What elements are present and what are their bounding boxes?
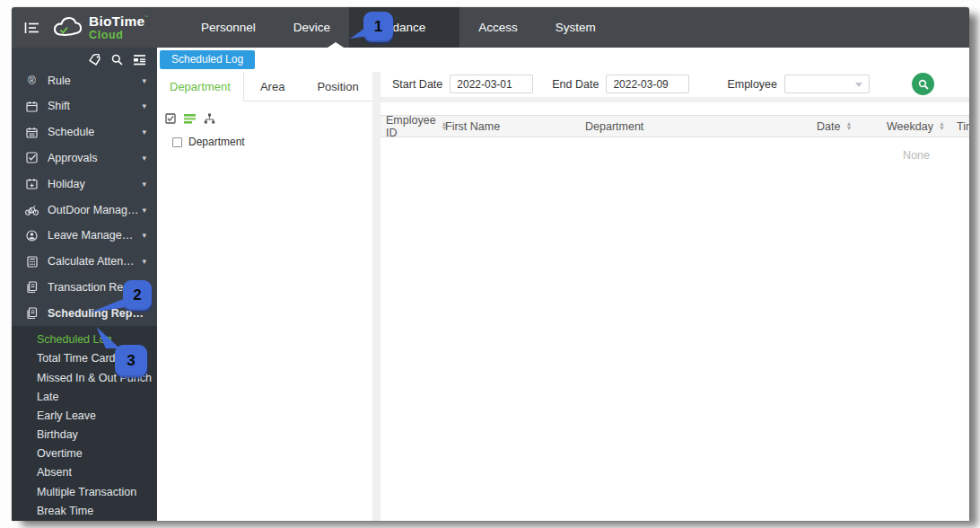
report-pages-icon [24, 281, 39, 293]
sidebar-item-label: Approvals [48, 152, 98, 164]
submenu-item-late[interactable]: Late [12, 388, 157, 407]
tag-icon[interactable] [89, 54, 101, 66]
chevron-down-icon: ▾ [138, 257, 146, 266]
employee-select[interactable] [784, 75, 870, 93]
submenu-item-absent[interactable]: Absent [12, 463, 157, 482]
sidebar-item-label: OutDoor Management [48, 204, 138, 216]
submenu-item-birthday[interactable]: Birthday [12, 426, 157, 444]
sidebar-toolbar [12, 48, 157, 67]
nav-item-personnel[interactable]: Personnel [182, 7, 275, 48]
filter-bar: Start Date End Date Employee [381, 72, 969, 96]
chevron-down-icon: ▾ [138, 101, 146, 110]
schedule-calendar-icon [24, 127, 39, 138]
employee-label: Employee [727, 78, 777, 91]
chevron-down-icon: ▾ [138, 231, 146, 240]
sort-icon[interactable]: ▲▼ [939, 122, 945, 130]
sidebar-item-label: Calculate Attendance [48, 255, 138, 268]
department-tree-panel: Department Area Position [157, 72, 372, 521]
brand-text: BioTime` Cloud [89, 14, 148, 41]
column-header-date[interactable]: Date ▲▼ [811, 120, 881, 133]
column-header-weekday[interactable]: Weekday ▲▼ [881, 120, 951, 133]
empty-table-message: None [381, 149, 969, 162]
chevron-down-icon: ▾ [138, 76, 146, 85]
active-tab-caret [328, 42, 344, 48]
brand-name: BioTime [89, 13, 144, 29]
callout-step-2: 2 [123, 280, 152, 311]
end-date-input[interactable] [606, 75, 689, 93]
cloud-logo-icon [50, 14, 84, 40]
biotime-cloud-logo[interactable]: BioTime` Cloud [50, 14, 148, 41]
checkbox-icon[interactable] [172, 137, 182, 147]
org-tree-icon[interactable] [204, 113, 215, 124]
content-area: Scheduled Log Department Area Position [157, 48, 969, 521]
page-tab-strip: Scheduled Log [157, 48, 969, 72]
report-pages-icon [24, 307, 39, 319]
column-header-employee-id[interactable]: Employee ID ▲▼ [381, 115, 440, 137]
submenu-item-multiple-transaction[interactable]: Multiple Transaction [12, 483, 157, 502]
chevron-down-icon: ▾ [138, 128, 146, 136]
tree-node-department[interactable]: Department [157, 136, 372, 148]
leave-person-icon [24, 230, 39, 242]
rule-icon: ® [24, 75, 39, 86]
main-nav-items: Personnel Device Attendance Access Syste… [182, 7, 615, 48]
calculator-icon [24, 256, 39, 268]
sidebar-item-schedule[interactable]: Schedule ▾ [12, 119, 157, 145]
brand-subname: Cloud [89, 30, 148, 41]
sidebar-item-rule[interactable]: ® Rule ▾ [12, 67, 157, 93]
start-date-input[interactable] [450, 75, 533, 93]
sidebar-item-label: Rule [48, 75, 71, 87]
chevron-down-icon: ▾ [138, 180, 146, 189]
table-header: Employee ID ▲▼ First Name Department Dat… [381, 115, 969, 137]
tab-department[interactable]: Department [157, 72, 244, 101]
select-all-checkbox-icon[interactable] [165, 113, 176, 124]
nav-item-system[interactable]: System [537, 7, 615, 48]
sidebar-item-calculate-attendance[interactable]: Calculate Attendance ▾ [12, 249, 157, 275]
chevron-down-icon [855, 83, 862, 87]
sort-icon[interactable]: ▲▼ [845, 122, 852, 130]
holiday-calendar-icon [24, 178, 39, 189]
callout-step-3: 3 [115, 345, 147, 377]
nav-item-access[interactable]: Access [459, 7, 537, 48]
callout-step-1: 1 [363, 12, 393, 42]
end-date-label: End Date [552, 78, 599, 91]
sidebar-item-label: Holiday [48, 178, 85, 190]
column-header-time[interactable]: Time [951, 120, 969, 133]
sidebar-item-label: Leave Management [48, 229, 138, 242]
list-icon[interactable] [133, 54, 146, 66]
sidebar-item-shift[interactable]: Shift ▾ [12, 93, 157, 119]
sidebar-item-holiday[interactable]: Holiday ▾ [12, 171, 157, 197]
chevron-down-icon: ▾ [138, 206, 146, 215]
tree-tabs: Department Area Position [157, 72, 372, 101]
collapse-sidebar-icon[interactable] [24, 22, 39, 34]
shift-calendar-icon [24, 101, 39, 112]
sidebar-item-leave-management[interactable]: Leave Management ▾ [12, 223, 157, 249]
report-panel: Start Date End Date Employee [381, 72, 969, 521]
tab-area[interactable]: Area [244, 72, 301, 101]
search-icon[interactable] [111, 54, 123, 66]
tree-toolbar [157, 108, 372, 129]
column-header-first-name[interactable]: First Name [440, 120, 580, 133]
sidebar-item-outdoor-management[interactable]: OutDoor Management ▾ [12, 197, 157, 223]
sidebar-item-approvals[interactable]: Approvals ▾ [12, 145, 157, 172]
sidebar-item-label: Schedule [48, 126, 94, 138]
top-navigation-bar: BioTime` Cloud Personnel Device Attendan… [12, 7, 969, 48]
start-date-label: Start Date [392, 78, 442, 91]
panel-divider [372, 72, 381, 521]
tab-position[interactable]: Position [301, 72, 374, 101]
search-button[interactable] [912, 73, 934, 95]
chevron-down-icon: ▾ [138, 154, 146, 163]
submenu-item-early-leave[interactable]: Early Leave [12, 407, 157, 426]
submenu-item-break-time[interactable]: Break Time [12, 502, 157, 521]
submenu-item-overtime[interactable]: Overtime [12, 444, 157, 463]
list-view-icon[interactable] [184, 113, 196, 124]
approvals-check-icon [24, 152, 39, 163]
tree-node-label: Department [188, 136, 245, 148]
app-window: BioTime` Cloud Personnel Device Attendan… [12, 7, 969, 521]
outdoor-bicycle-icon [24, 205, 39, 216]
column-header-department[interactable]: Department [580, 120, 811, 133]
tab-scheduled-log[interactable]: Scheduled Log [160, 50, 255, 69]
sidebar-item-label: Shift [48, 100, 70, 112]
brand-trademark-tick: ` [144, 13, 148, 24]
